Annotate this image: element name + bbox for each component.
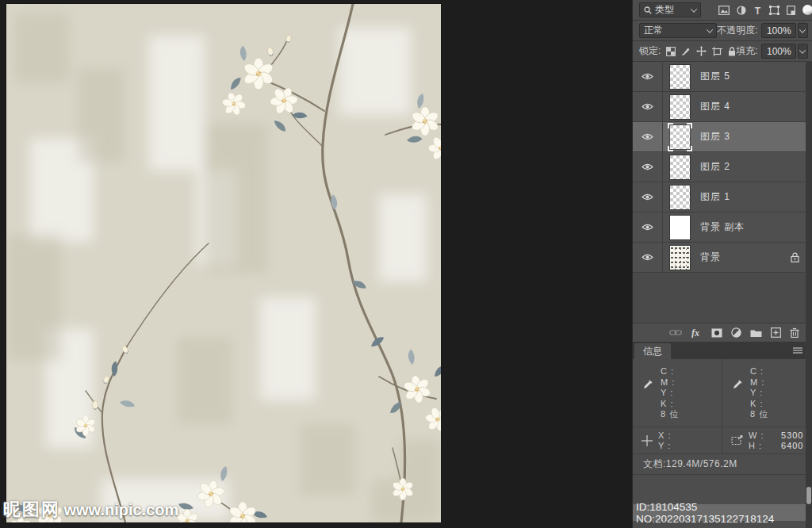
w-label: W :: [749, 430, 764, 441]
w-value: 5300: [769, 430, 804, 441]
delete-layer-icon[interactable]: [790, 327, 799, 338]
search-icon: [644, 6, 652, 14]
eye-icon: [642, 103, 653, 110]
layer-row[interactable]: 图层 2: [633, 152, 812, 182]
color-readout-left: C : M : Y : K : 8 位: [633, 359, 722, 427]
layer-thumbnail[interactable]: [670, 246, 690, 270]
layer-thumbnail[interactable]: [670, 155, 690, 179]
lock-position-icon[interactable]: [696, 46, 707, 56]
color-readout-right: C : M : Y : K : 8 位: [722, 359, 812, 427]
lock-all-icon[interactable]: [728, 47, 736, 56]
layer-thumbnail[interactable]: [670, 65, 690, 89]
info-tab-label: 信息: [643, 345, 662, 358]
lock-label: 锁定:: [639, 44, 661, 58]
fill-value: 100%: [767, 46, 791, 57]
shape-filter-icon[interactable]: [769, 6, 779, 15]
blend-mode-select[interactable]: 正常: [639, 23, 717, 38]
sphere-icon[interactable]: [802, 5, 812, 15]
layers-empty-area: [633, 273, 812, 323]
layer-thumbnail[interactable]: [670, 216, 690, 239]
fill-input[interactable]: 100%: [761, 44, 796, 59]
svg-text:fx: fx: [691, 327, 699, 338]
crosshair-icon: [642, 435, 653, 446]
layer-filter-value: 类型: [655, 3, 688, 17]
opacity-dropdown-button[interactable]: [798, 23, 808, 38]
lock-fill-bar: 锁定:: [633, 41, 812, 62]
eyedropper-icon[interactable]: [643, 379, 653, 389]
layer-row-selected[interactable]: 图层 3: [633, 122, 812, 152]
layer-row[interactable]: 图层 1: [633, 182, 812, 212]
chevron-down-icon: [799, 47, 806, 53]
adjustment-filter-icon[interactable]: [737, 6, 746, 15]
link-layers-icon[interactable]: [669, 329, 682, 336]
eye-icon: [642, 73, 653, 80]
layer-filter-bar: 类型 T: [633, 0, 812, 21]
info-panel-body: C : M : Y : K : 8 位 C: [633, 359, 812, 504]
layer-style-icon[interactable]: fx: [691, 327, 703, 338]
scrollbar-thumb[interactable]: [806, 487, 811, 504]
layers-action-bar: fx: [633, 323, 812, 342]
eye-icon: [642, 224, 653, 231]
chevron-down-icon: [799, 26, 806, 33]
layers-list: 图层 5 图层 4: [633, 62, 812, 273]
visibility-toggle[interactable]: [633, 92, 663, 121]
selection-size: W : 5300 H : 6400: [722, 427, 812, 453]
photoshop-screen: 昵图网 www.nipic.com 类型: [0, 0, 812, 528]
opacity-value: 100%: [767, 25, 791, 36]
eye-icon: [642, 133, 653, 140]
layer-name: 图层 4: [700, 100, 730, 113]
visibility-toggle[interactable]: [633, 62, 663, 91]
layer-row[interactable]: 图层 5: [633, 62, 812, 92]
layer-thumbnail[interactable]: [670, 95, 690, 119]
eyedropper-icon[interactable]: [733, 379, 743, 389]
panel-scrollbar-track[interactable]: [806, 62, 812, 528]
layer-row-background[interactable]: 背景: [633, 243, 812, 273]
h-value: 6400: [769, 441, 804, 451]
layer-mask-icon[interactable]: [711, 328, 722, 338]
layers-info-panel: 类型 T: [632, 0, 812, 528]
fill-label: 填充:: [736, 44, 757, 58]
adjustment-layer-icon[interactable]: [731, 327, 741, 338]
pixel-filter-icon[interactable]: [718, 6, 730, 15]
visibility-toggle[interactable]: [633, 152, 663, 182]
smart-object-filter-icon[interactable]: [787, 6, 795, 15]
c-label: C :: [661, 366, 679, 377]
bit-depth: 8 位: [750, 409, 768, 420]
visibility-toggle[interactable]: [633, 243, 663, 272]
position-size-readouts: X : Y : W : 5300 H : 6400: [633, 427, 812, 454]
visibility-toggle[interactable]: [633, 122, 663, 151]
panel-menu-icon[interactable]: [793, 347, 802, 354]
layer-thumbnail[interactable]: [670, 125, 690, 149]
new-group-icon[interactable]: [750, 328, 762, 338]
layer-name: 图层 5: [700, 70, 730, 83]
layer-lock-icon: [791, 252, 799, 262]
marquee-size-icon: [731, 435, 743, 446]
layer-row[interactable]: 背景 副本: [633, 212, 812, 243]
document-canvas[interactable]: [6, 4, 441, 522]
lock-artboard-icon[interactable]: [712, 47, 722, 56]
k-label: K :: [661, 399, 679, 410]
fill-dropdown-button[interactable]: [798, 44, 808, 59]
type-filter-icon[interactable]: T: [753, 6, 762, 15]
visibility-toggle[interactable]: [633, 212, 663, 242]
layer-thumbnail[interactable]: [670, 186, 690, 209]
c-label: C :: [750, 366, 768, 377]
layer-row[interactable]: 图层 4: [633, 92, 812, 122]
layer-filter-type-icons: T: [718, 5, 808, 15]
tab-info[interactable]: 信息: [634, 343, 671, 359]
color-readouts: C : M : Y : K : 8 位 C: [633, 359, 812, 427]
lock-image-pixels-icon[interactable]: [681, 47, 691, 56]
y-label: Y :: [661, 388, 679, 399]
opacity-input[interactable]: 100%: [761, 23, 796, 38]
selection-bracket: [668, 123, 673, 128]
layer-filter-combo[interactable]: 类型: [639, 2, 701, 17]
document-size-text: 文档:129.4M/576.2M: [643, 457, 737, 471]
visibility-toggle[interactable]: [633, 182, 663, 212]
lock-buttons: [666, 46, 736, 56]
lock-transparent-pixels-icon[interactable]: [666, 47, 676, 56]
chevron-down-icon: [707, 26, 713, 33]
layer-name: 背景 副本: [700, 220, 745, 234]
new-layer-icon[interactable]: [771, 327, 781, 338]
y-label: Y :: [750, 388, 768, 399]
h-label: H :: [749, 441, 764, 451]
